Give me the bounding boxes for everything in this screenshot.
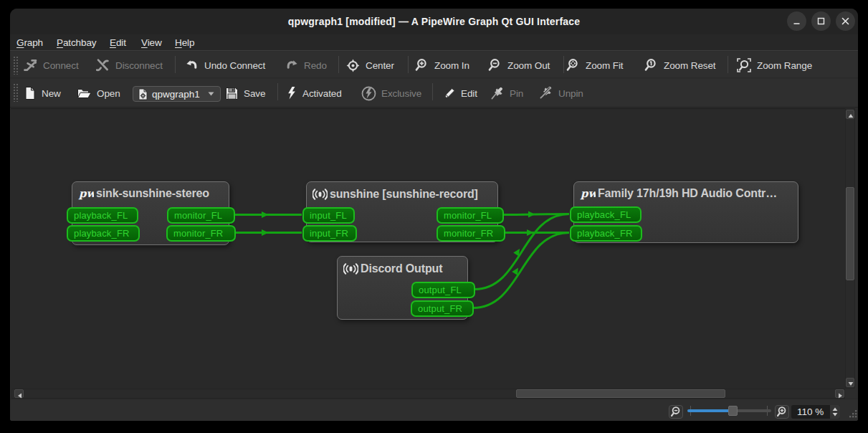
undo-icon xyxy=(185,58,199,72)
scroll-left-button[interactable] xyxy=(14,389,24,398)
toolbar-separator xyxy=(563,56,564,73)
port-playback_FL[interactable]: playback_FL xyxy=(67,207,138,224)
node-header: pw Family 17h/19h HD Audio Contr… xyxy=(580,187,777,200)
open-button[interactable]: Open xyxy=(77,85,120,102)
svg-text:pw: pw xyxy=(580,188,596,200)
pin-button[interactable]: Pin xyxy=(490,85,523,102)
scroll-right-button[interactable] xyxy=(835,389,844,398)
scroll-up-button[interactable] xyxy=(846,110,854,119)
toolbar-drag-handle[interactable] xyxy=(13,83,19,102)
menu-graph[interactable]: Graph xyxy=(16,34,43,50)
pin-icon xyxy=(490,86,505,100)
port-output_FR[interactable]: output_FR xyxy=(411,300,474,317)
node-sink-sunshine-stereo[interactable]: pw sink-sunshine-stereo playback_FL play… xyxy=(72,181,229,245)
graph-toolbar: Connect Disconnect Undo Connect xyxy=(10,52,858,78)
svg-text:pw: pw xyxy=(78,188,94,200)
scroll-down-button[interactable] xyxy=(846,378,854,387)
node-discord-output[interactable]: Discord Output output_FL output_FR xyxy=(337,256,468,320)
menu-view[interactable]: View xyxy=(141,34,162,50)
port-playback_FL[interactable]: playback_FL xyxy=(570,206,642,223)
exclusive-toggle[interactable]: Exclusive xyxy=(361,85,421,102)
port-input_FL[interactable]: input_FL xyxy=(302,207,355,224)
slider-handle[interactable] xyxy=(728,406,738,416)
connect-button[interactable]: Connect xyxy=(24,57,79,74)
app-window: qpwgraph1 [modified] — A PipeWire Graph … xyxy=(10,9,858,421)
center-icon xyxy=(345,58,361,73)
connection-arrow xyxy=(528,211,535,218)
port-playback_FR[interactable]: playback_FR xyxy=(570,225,642,242)
node-header: sunshine [sunshine-record] xyxy=(313,187,478,201)
exclusive-icon xyxy=(361,86,376,101)
toolbar-separator xyxy=(338,56,339,73)
vscroll-thumb[interactable] xyxy=(846,187,854,280)
zoom-out-mini-icon xyxy=(669,406,682,418)
port-monitor_FR[interactable]: monitor_FR xyxy=(437,225,505,242)
unpin-button[interactable]: Unpin xyxy=(538,85,583,102)
zoom-reset-button[interactable]: Zoom Reset xyxy=(644,57,716,74)
horizontal-scrollbar[interactable] xyxy=(11,389,845,399)
edit-button[interactable]: Edit xyxy=(442,85,477,102)
titlebar[interactable]: qpwgraph1 [modified] — A PipeWire Graph … xyxy=(10,9,858,34)
zoom-reset-icon xyxy=(644,58,659,72)
new-button[interactable]: New xyxy=(24,85,61,102)
hscroll-thumb[interactable] xyxy=(516,389,725,398)
connection-arrow xyxy=(262,229,269,236)
port-monitor_FR[interactable]: monitor_FR xyxy=(166,225,236,242)
patchbay-selector-value: qpwgraph1 xyxy=(152,89,200,100)
patchbay-selector[interactable]: qpwgraph1 xyxy=(133,86,221,102)
zoom-range-icon xyxy=(736,57,752,73)
activated-toggle[interactable]: Activated xyxy=(286,85,342,102)
toolbar-separator xyxy=(728,56,728,73)
zoom-range-button[interactable]: Zoom Range xyxy=(736,57,812,74)
toolbar-separator xyxy=(432,83,433,100)
save-button[interactable]: Save xyxy=(225,85,265,102)
port-input_FR[interactable]: input_FR xyxy=(302,225,357,242)
graph-viewport[interactable]: pw sink-sunshine-stereo playback_FL play… xyxy=(11,108,845,389)
zoom-out-button[interactable]: Zoom Out xyxy=(488,57,550,74)
menu-edit[interactable]: Edit xyxy=(110,34,126,50)
zoom-in-mini-button[interactable] xyxy=(775,405,789,419)
zoom-fit-button[interactable]: Zoom Fit xyxy=(566,57,623,74)
port-monitor_FL[interactable]: monitor_FL xyxy=(437,207,504,224)
menu-help[interactable]: Help xyxy=(175,34,194,50)
dropdown-arrow-icon xyxy=(208,92,214,96)
close-button[interactable] xyxy=(836,11,855,31)
minimize-icon xyxy=(787,11,806,31)
zoom-value: 110 % xyxy=(797,406,824,417)
minimize-button[interactable] xyxy=(787,11,806,31)
open-folder-icon xyxy=(77,86,92,100)
zoom-spinbox[interactable]: 110 % xyxy=(791,405,840,419)
zoom-in-button[interactable]: Zoom In xyxy=(415,57,469,74)
port-monitor_FL[interactable]: monitor_FL xyxy=(167,207,235,224)
node-header: pw sink-sunshine-stereo xyxy=(78,187,209,200)
resize-grip[interactable] xyxy=(848,410,857,419)
zoom-out-mini-button[interactable] xyxy=(669,405,683,419)
zoom-slider[interactable] xyxy=(687,402,771,419)
new-file-icon xyxy=(24,86,37,100)
vertical-scrollbar[interactable] xyxy=(845,108,855,389)
redo-button[interactable]: Redo xyxy=(285,57,327,74)
menu-patchbay[interactable]: Patchbay xyxy=(57,34,97,50)
stream-icon xyxy=(343,262,358,276)
save-icon xyxy=(225,87,239,100)
port-playback_FR[interactable]: playback_FR xyxy=(67,225,140,242)
maximize-button[interactable] xyxy=(811,11,831,31)
connection-outputFR-playbackFR[interactable] xyxy=(473,233,569,308)
pipewire-icon: pw xyxy=(580,188,596,200)
disconnect-button[interactable]: Disconnect xyxy=(96,57,163,74)
node-header: Discord Output xyxy=(343,262,442,276)
statusbar: 110 % xyxy=(10,399,858,421)
spin-down-icon[interactable] xyxy=(833,413,838,417)
toolbar-separator xyxy=(408,56,409,73)
center-button[interactable]: Center xyxy=(345,57,394,74)
node-sunshine[interactable]: sunshine [sunshine-record] input_FL inpu… xyxy=(306,181,498,242)
toolbar-drag-handle[interactable] xyxy=(13,56,19,75)
patchbay-file-icon xyxy=(138,88,148,100)
port-output_FL[interactable]: output_FL xyxy=(411,282,475,298)
spin-up-icon[interactable] xyxy=(833,408,838,411)
zoom-out-icon xyxy=(488,58,502,72)
connections-layer xyxy=(11,109,845,389)
undo-connect-button[interactable]: Undo Connect xyxy=(185,57,265,74)
spin-buttons[interactable] xyxy=(830,405,840,419)
node-family-hd-audio[interactable]: pw Family 17h/19h HD Audio Contr… playba… xyxy=(573,181,798,243)
